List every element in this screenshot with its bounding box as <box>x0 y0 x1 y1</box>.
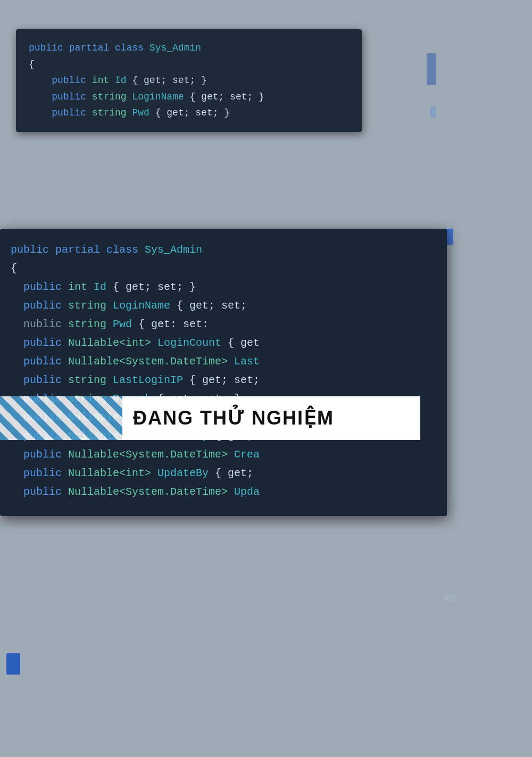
code-token: public <box>29 43 69 53</box>
code-token: Nullable<System.DateTime> <box>68 448 234 461</box>
code-token: { <box>11 262 17 274</box>
code-token: partial <box>55 244 106 256</box>
code-token: string <box>92 91 132 102</box>
code-token: public <box>11 467 68 479</box>
code-token: public <box>11 355 68 368</box>
code-token: partial <box>69 43 115 53</box>
code-token: LoginName <box>132 91 189 102</box>
code-line: { <box>29 56 349 73</box>
code-token: Crea <box>234 448 260 461</box>
code-token: Last <box>234 355 260 368</box>
code-token: { get; set; <box>189 374 260 386</box>
code-token: public <box>11 486 68 498</box>
code-token: public <box>11 281 68 293</box>
code-token: UpdateBy <box>157 467 215 479</box>
code-token: int <box>68 281 94 293</box>
code-token: LastLoginIP <box>113 374 189 386</box>
banner-stripe <box>0 396 122 440</box>
banner-overlay: ĐANG THỬ NGHIỆM <box>0 396 420 440</box>
code-token: { get; set; } <box>189 91 264 102</box>
code-token: int <box>92 75 115 86</box>
code-token: Pwd <box>113 318 138 330</box>
scrollbar-indicator-small <box>430 106 436 118</box>
code-line: public int Id { get; set; } <box>29 72 349 89</box>
code-token: public <box>29 107 92 118</box>
code-token: Nullable<int> <box>68 337 157 349</box>
code-token: Sys_Admin <box>145 244 202 256</box>
code-token: public <box>29 91 92 102</box>
code-token: string <box>92 107 132 118</box>
code-token: Nullable<int> <box>68 467 157 479</box>
code-line: public int Id { get; set; } <box>11 278 436 296</box>
code-token: string <box>68 374 113 386</box>
code-token: Pwd <box>132 107 155 118</box>
code-line: public partial class Sys_Admin <box>29 40 349 56</box>
code-line: public string LoginName { get; set; <box>11 296 436 315</box>
code-token: public <box>11 244 55 256</box>
code-block-top: public partial class Sys_Admin{ public i… <box>16 29 362 132</box>
code-token: { get; set; } <box>113 281 196 293</box>
code-line: public string LoginName { get; set; } <box>29 89 349 105</box>
code-line: public partial class Sys_Admin <box>11 240 436 259</box>
code-token: public <box>29 75 92 86</box>
code-token: Nullable<System.DateTime> <box>68 355 234 368</box>
code-line: public Nullable<int> LoginCount { get <box>11 334 436 352</box>
code-token: public <box>11 300 68 312</box>
code-token: { <box>29 59 35 70</box>
code-token: { get; set; } <box>132 75 206 86</box>
code-token: Id <box>94 281 113 293</box>
code-line: public string Pwd { get; set; } <box>29 105 349 121</box>
code-token: public <box>11 374 68 386</box>
code-line: public Nullable<System.DateTime> Last <box>11 352 436 371</box>
code-token: Nullable<System.DateTime> <box>68 486 234 498</box>
watermark: 测漫 <box>443 593 458 603</box>
code-token: class <box>106 244 145 256</box>
code-token: LoginName <box>113 300 177 312</box>
code-line: public Nullable<System.DateTime> Crea <box>11 445 436 464</box>
code-token: public <box>11 448 68 461</box>
banner-text: ĐANG THỬ NGHIỆM <box>133 407 334 429</box>
code-line: { <box>11 259 436 278</box>
code-token: { get; set; } <box>155 107 230 118</box>
code-token: { get; <box>215 467 253 479</box>
scrollbar-indicator-top <box>427 53 436 85</box>
code-token: LoginCount <box>157 337 228 349</box>
code-token: { get; set; <box>177 300 247 312</box>
blue-accent-square-2 <box>6 653 20 675</box>
code-line: public Nullable<int> UpdateBy { get; <box>11 464 436 483</box>
code-token: public <box>11 337 68 349</box>
code-block-bottom: public partial class Sys_Admin{ public i… <box>0 229 447 516</box>
code-token: Id <box>115 75 132 86</box>
code-token: string <box>68 318 113 330</box>
banner-text-area: ĐANG THỬ NGHIỆM <box>122 396 420 440</box>
page-wrapper: public partial class Sys_Admin{ public i… <box>0 0 532 757</box>
code-token: Upda <box>234 486 260 498</box>
code-line: public string LastLoginIP { get; set; <box>11 371 436 389</box>
code-line: public Nullable<System.DateTime> Upda <box>11 483 436 501</box>
code-token: nublic <box>11 318 68 330</box>
code-token: class <box>115 43 149 53</box>
code-token: { get: set: <box>138 318 209 330</box>
code-line: nublic string Pwd { get: set: <box>11 315 436 334</box>
code-token: Sys_Admin <box>149 43 201 53</box>
code-token: { get <box>228 337 260 349</box>
code-token: string <box>68 300 113 312</box>
